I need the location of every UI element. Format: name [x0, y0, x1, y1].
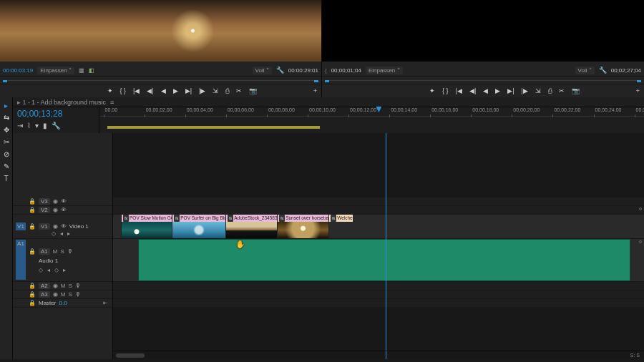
transport-button[interactable]: |◀	[133, 87, 140, 94]
transport-button[interactable]: ⎙	[225, 87, 229, 94]
tool-3[interactable]: ✂	[4, 138, 9, 146]
transport-button[interactable]: ✦	[429, 87, 435, 94]
transport-button[interactable]: |▶	[199, 87, 205, 94]
tool-0[interactable]: ▸	[4, 102, 8, 109]
transport-button[interactable]: ▶|	[185, 87, 192, 94]
transport-button[interactable]: 📷	[249, 87, 257, 94]
lock-icon[interactable]: 🔒	[29, 248, 36, 255]
source-patch-v1[interactable]: V1	[16, 222, 26, 230]
video-clip[interactable]: fxPOV Surfer on Big Blue Oc	[172, 215, 225, 238]
mic-icon[interactable]: 🎙	[67, 248, 73, 255]
tool-1[interactable]: ⇆	[4, 114, 9, 122]
transport-button[interactable]: { }	[120, 87, 127, 94]
track-a1-toggle[interactable]: A1	[39, 248, 50, 255]
eye-icon[interactable]: 👁	[61, 198, 67, 205]
lock-icon[interactable]: 🔒	[29, 207, 36, 213]
source-quality-dropdown[interactable]: Voll ˅	[253, 67, 272, 74]
program-fit-dropdown[interactable]: Einpassen ˅	[366, 67, 403, 74]
playhead-timecode[interactable]: 00;00;13;28	[17, 109, 94, 119]
snap-icon[interactable]: ⇥	[17, 122, 23, 129]
video-clip[interactable]: fxAdobeStock_234583	[225, 215, 277, 238]
transport-button[interactable]: ◀|	[469, 87, 476, 94]
lock-icon[interactable]: 🔒	[29, 198, 36, 205]
eye-icon[interactable]: 👁	[61, 207, 67, 213]
link-icon[interactable]: ⌇	[27, 122, 31, 129]
work-area-bar[interactable]	[107, 126, 320, 129]
wrench-icon[interactable]: 🔧	[52, 122, 60, 129]
video-clip[interactable]: fxSunset over horseback riders	[277, 215, 328, 238]
track-options-icon[interactable]	[639, 207, 642, 210]
track-options-icon[interactable]	[639, 240, 642, 243]
program-view[interactable]	[322, 0, 644, 62]
source-out-timecode[interactable]: 00:00:29:01	[288, 67, 318, 74]
mic-icon[interactable]: 🎙	[75, 291, 81, 298]
tool-6[interactable]: T	[4, 175, 8, 182]
source-monitor	[0, 0, 322, 64]
program-transport: ✦{ }|◀◀|◀▶▶||▶⇲⎙✂📷+	[322, 84, 644, 97]
transport-button[interactable]: ◀	[483, 87, 488, 94]
tool-2[interactable]: ✥	[4, 126, 9, 134]
transport-button[interactable]: ▶	[173, 87, 178, 94]
track-v3-toggle[interactable]: V3	[39, 198, 50, 205]
lock-icon[interactable]: 🔒	[29, 291, 36, 298]
video-clip[interactable]: fxPOV Slow Motion GOPR	[121, 215, 172, 238]
playhead-line	[386, 133, 386, 359]
track-content[interactable]: fxPOV Slow Motion GOPRfxPOV Surfer on Bi…	[113, 133, 644, 359]
transport-button[interactable]: ⇲	[213, 87, 218, 94]
program-monitor	[322, 0, 644, 64]
ruler-tick: 00,00,14,00	[391, 107, 417, 112]
source-scrubber[interactable]	[0, 76, 321, 84]
transport-button[interactable]: ▶|	[507, 87, 514, 94]
collapse-icon[interactable]: ⇤	[103, 300, 108, 306]
marker-add-icon[interactable]: ▾	[35, 122, 39, 129]
wrench-icon[interactable]: 🔧	[276, 67, 284, 74]
transport-button[interactable]: ✂	[559, 87, 565, 94]
plus-icon[interactable]: +	[636, 87, 640, 94]
lock-icon[interactable]: 🔒	[29, 283, 36, 289]
audio-clip[interactable]	[138, 239, 630, 281]
transport-button[interactable]: ✦	[107, 87, 113, 94]
frame-icon[interactable]: ▦	[79, 67, 84, 74]
program-scrubber[interactable]	[322, 76, 644, 84]
transport-button[interactable]: 📷	[572, 87, 580, 94]
track-a3-toggle[interactable]: A3	[39, 291, 50, 298]
time-ruler[interactable]: 00,0000,00,02,0000,00,04,0000,00,06,0000…	[99, 107, 644, 117]
transport-button[interactable]: ◀	[161, 87, 166, 94]
track-v1-toggle[interactable]: V1	[39, 223, 50, 230]
transport-button[interactable]: ⎙	[548, 87, 552, 94]
status-text: S: S	[630, 353, 644, 358]
plus-icon[interactable]: +	[313, 87, 317, 94]
transport-button[interactable]: ⇲	[535, 87, 541, 94]
tool-4[interactable]: ⊘	[4, 150, 9, 158]
wrench-icon[interactable]: 🔧	[599, 67, 607, 74]
transport-button[interactable]: |▶	[522, 87, 528, 94]
transport-button[interactable]: { }	[442, 87, 449, 94]
transport-button[interactable]: ▶	[495, 87, 500, 94]
insert-icon[interactable]: ▮	[43, 122, 47, 129]
track-a2-toggle[interactable]: A2	[39, 283, 50, 289]
program-out-timecode[interactable]: 00;02;27;04	[611, 67, 641, 74]
marker-icon[interactable]: ◧	[89, 67, 94, 74]
source-transport: ✦{ }|◀◀|◀▶▶||▶⇲⎙✂📷+	[0, 84, 321, 97]
transport-button[interactable]: |◀	[456, 87, 462, 94]
source-fit-dropdown[interactable]: Einpassen ˅	[37, 67, 74, 74]
source-view[interactable]	[0, 0, 321, 62]
source-patch-a1[interactable]: A1	[16, 240, 26, 280]
video-clip[interactable]: fxWelche St	[328, 215, 352, 238]
ruler-tick: 00,00,18,00	[472, 107, 499, 112]
tool-5[interactable]: ✎	[4, 162, 9, 170]
mic-icon[interactable]: 🎙	[75, 283, 81, 289]
transport-button[interactable]: ◀|	[147, 87, 153, 94]
source-in-timecode[interactable]: 00:00:03:19	[3, 67, 33, 74]
lock-icon[interactable]: 🔒	[29, 300, 36, 306]
lock-icon[interactable]: 🔒	[29, 223, 36, 230]
eye-icon[interactable]: 👁	[61, 223, 67, 230]
ruler-tick: 00,00,08,00	[268, 107, 295, 112]
transport-button[interactable]: ✂	[236, 87, 242, 94]
program-quality-dropdown[interactable]: Voll ˅	[575, 67, 595, 74]
sequence-tab[interactable]: ▸ 1 -1 - Add background music≡	[13, 97, 644, 107]
ruler-tick: 00,00,10,00	[309, 107, 336, 112]
track-v2-toggle[interactable]: V2	[39, 207, 50, 213]
program-in-timecode[interactable]: 00;00;01;04	[331, 67, 361, 74]
h-scrollbar[interactable]: S: S	[113, 351, 644, 359]
